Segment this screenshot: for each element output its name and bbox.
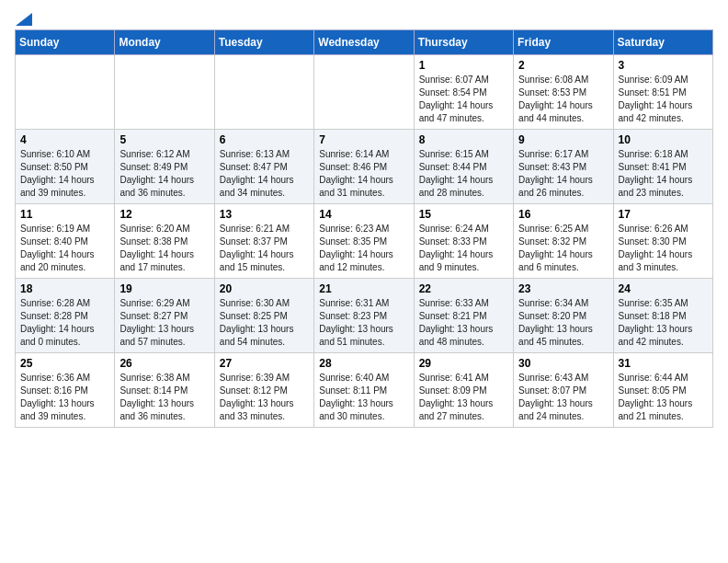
day-info: Sunrise: 6:09 AM Sunset: 8:51 PM Dayligh… bbox=[619, 74, 708, 125]
calendar-week-row: 4Sunrise: 6:10 AM Sunset: 8:50 PM Daylig… bbox=[16, 130, 713, 204]
day-info: Sunrise: 6:08 AM Sunset: 8:53 PM Dayligh… bbox=[518, 74, 608, 125]
day-number: 4 bbox=[20, 133, 109, 146]
svg-marker-0 bbox=[16, 13, 32, 26]
day-info: Sunrise: 6:39 AM Sunset: 8:12 PM Dayligh… bbox=[220, 372, 309, 423]
day-number: 16 bbox=[518, 208, 608, 221]
calendar-body: 1Sunrise: 6:07 AM Sunset: 8:54 PM Daylig… bbox=[16, 55, 713, 428]
day-number: 23 bbox=[518, 282, 608, 295]
calendar-cell: 2Sunrise: 6:08 AM Sunset: 8:53 PM Daylig… bbox=[514, 55, 613, 130]
calendar-cell: 6Sunrise: 6:13 AM Sunset: 8:47 PM Daylig… bbox=[214, 130, 313, 204]
day-number: 26 bbox=[119, 357, 209, 370]
day-info: Sunrise: 6:36 AM Sunset: 8:16 PM Dayligh… bbox=[20, 372, 109, 423]
calendar-cell: 3Sunrise: 6:09 AM Sunset: 8:51 PM Daylig… bbox=[613, 55, 712, 130]
calendar-cell bbox=[214, 55, 313, 130]
day-info: Sunrise: 6:10 AM Sunset: 8:50 PM Dayligh… bbox=[20, 148, 109, 200]
day-info: Sunrise: 6:26 AM Sunset: 8:30 PM Dayligh… bbox=[619, 223, 708, 274]
logo-icon bbox=[16, 13, 32, 26]
day-info: Sunrise: 6:38 AM Sunset: 8:14 PM Dayligh… bbox=[119, 372, 209, 423]
calendar-table: SundayMondayTuesdayWednesdayThursdayFrid… bbox=[15, 29, 713, 428]
day-number: 25 bbox=[20, 357, 109, 370]
day-info: Sunrise: 6:25 AM Sunset: 8:32 PM Dayligh… bbox=[518, 223, 608, 274]
weekday-header: Tuesday bbox=[214, 30, 313, 55]
calendar-week-row: 25Sunrise: 6:36 AM Sunset: 8:16 PM Dayli… bbox=[16, 353, 713, 428]
day-number: 15 bbox=[419, 208, 508, 221]
calendar-cell: 16Sunrise: 6:25 AM Sunset: 8:32 PM Dayli… bbox=[514, 204, 613, 279]
day-number: 21 bbox=[319, 282, 408, 295]
day-number: 7 bbox=[319, 133, 408, 146]
day-info: Sunrise: 6:20 AM Sunset: 8:38 PM Dayligh… bbox=[119, 223, 209, 274]
calendar-cell: 8Sunrise: 6:15 AM Sunset: 8:44 PM Daylig… bbox=[414, 130, 513, 204]
weekday-header: Sunday bbox=[16, 30, 115, 55]
calendar-cell: 15Sunrise: 6:24 AM Sunset: 8:33 PM Dayli… bbox=[414, 204, 513, 279]
page-header bbox=[15, 15, 713, 22]
calendar-cell bbox=[115, 55, 214, 130]
day-number: 9 bbox=[518, 133, 608, 146]
logo bbox=[15, 15, 32, 22]
day-number: 18 bbox=[20, 282, 109, 295]
calendar-cell: 12Sunrise: 6:20 AM Sunset: 8:38 PM Dayli… bbox=[115, 204, 214, 279]
calendar-cell: 21Sunrise: 6:31 AM Sunset: 8:23 PM Dayli… bbox=[314, 279, 414, 353]
calendar-cell: 18Sunrise: 6:28 AM Sunset: 8:28 PM Dayli… bbox=[16, 279, 115, 353]
weekday-header: Wednesday bbox=[314, 30, 414, 55]
day-info: Sunrise: 6:13 AM Sunset: 8:47 PM Dayligh… bbox=[220, 148, 309, 200]
calendar-cell: 19Sunrise: 6:29 AM Sunset: 8:27 PM Dayli… bbox=[115, 279, 214, 353]
day-number: 2 bbox=[518, 59, 608, 72]
day-info: Sunrise: 6:18 AM Sunset: 8:41 PM Dayligh… bbox=[619, 148, 708, 200]
calendar-cell: 1Sunrise: 6:07 AM Sunset: 8:54 PM Daylig… bbox=[414, 55, 513, 130]
calendar-cell: 23Sunrise: 6:34 AM Sunset: 8:20 PM Dayli… bbox=[514, 279, 613, 353]
day-info: Sunrise: 6:29 AM Sunset: 8:27 PM Dayligh… bbox=[119, 297, 209, 349]
calendar-cell: 27Sunrise: 6:39 AM Sunset: 8:12 PM Dayli… bbox=[214, 353, 313, 428]
calendar-week-row: 1Sunrise: 6:07 AM Sunset: 8:54 PM Daylig… bbox=[16, 55, 713, 130]
day-info: Sunrise: 6:21 AM Sunset: 8:37 PM Dayligh… bbox=[220, 223, 309, 274]
day-info: Sunrise: 6:31 AM Sunset: 8:23 PM Dayligh… bbox=[319, 297, 408, 349]
calendar-header-row: SundayMondayTuesdayWednesdayThursdayFrid… bbox=[16, 30, 713, 55]
day-number: 1 bbox=[419, 59, 508, 72]
calendar-cell: 26Sunrise: 6:38 AM Sunset: 8:14 PM Dayli… bbox=[115, 353, 214, 428]
day-number: 27 bbox=[220, 357, 309, 370]
weekday-header: Friday bbox=[514, 30, 613, 55]
weekday-header: Monday bbox=[115, 30, 214, 55]
day-info: Sunrise: 6:17 AM Sunset: 8:43 PM Dayligh… bbox=[518, 148, 608, 200]
calendar-cell: 20Sunrise: 6:30 AM Sunset: 8:25 PM Dayli… bbox=[214, 279, 313, 353]
day-number: 31 bbox=[619, 357, 708, 370]
day-info: Sunrise: 6:41 AM Sunset: 8:09 PM Dayligh… bbox=[419, 372, 508, 423]
day-info: Sunrise: 6:23 AM Sunset: 8:35 PM Dayligh… bbox=[319, 223, 408, 274]
calendar-cell bbox=[314, 55, 414, 130]
calendar-cell: 31Sunrise: 6:44 AM Sunset: 8:05 PM Dayli… bbox=[613, 353, 712, 428]
day-info: Sunrise: 6:33 AM Sunset: 8:21 PM Dayligh… bbox=[419, 297, 508, 349]
calendar-cell: 17Sunrise: 6:26 AM Sunset: 8:30 PM Dayli… bbox=[613, 204, 712, 279]
calendar-week-row: 18Sunrise: 6:28 AM Sunset: 8:28 PM Dayli… bbox=[16, 279, 713, 353]
day-info: Sunrise: 6:35 AM Sunset: 8:18 PM Dayligh… bbox=[619, 297, 708, 349]
day-number: 28 bbox=[319, 357, 408, 370]
calendar-cell: 7Sunrise: 6:14 AM Sunset: 8:46 PM Daylig… bbox=[314, 130, 414, 204]
day-number: 12 bbox=[119, 208, 209, 221]
calendar-week-row: 11Sunrise: 6:19 AM Sunset: 8:40 PM Dayli… bbox=[16, 204, 713, 279]
calendar-cell: 10Sunrise: 6:18 AM Sunset: 8:41 PM Dayli… bbox=[613, 130, 712, 204]
day-info: Sunrise: 6:14 AM Sunset: 8:46 PM Dayligh… bbox=[319, 148, 408, 200]
day-number: 22 bbox=[419, 282, 508, 295]
calendar-cell: 5Sunrise: 6:12 AM Sunset: 8:49 PM Daylig… bbox=[115, 130, 214, 204]
calendar-cell: 22Sunrise: 6:33 AM Sunset: 8:21 PM Dayli… bbox=[414, 279, 513, 353]
calendar-cell: 25Sunrise: 6:36 AM Sunset: 8:16 PM Dayli… bbox=[16, 353, 115, 428]
day-info: Sunrise: 6:40 AM Sunset: 8:11 PM Dayligh… bbox=[319, 372, 408, 423]
day-number: 14 bbox=[319, 208, 408, 221]
day-number: 17 bbox=[619, 208, 708, 221]
day-info: Sunrise: 6:44 AM Sunset: 8:05 PM Dayligh… bbox=[619, 372, 708, 423]
day-info: Sunrise: 6:15 AM Sunset: 8:44 PM Dayligh… bbox=[419, 148, 508, 200]
day-info: Sunrise: 6:34 AM Sunset: 8:20 PM Dayligh… bbox=[518, 297, 608, 349]
calendar-cell: 29Sunrise: 6:41 AM Sunset: 8:09 PM Dayli… bbox=[414, 353, 513, 428]
day-number: 3 bbox=[619, 59, 708, 72]
day-info: Sunrise: 6:30 AM Sunset: 8:25 PM Dayligh… bbox=[220, 297, 309, 349]
calendar-cell: 30Sunrise: 6:43 AM Sunset: 8:07 PM Dayli… bbox=[514, 353, 613, 428]
day-number: 24 bbox=[619, 282, 708, 295]
day-info: Sunrise: 6:19 AM Sunset: 8:40 PM Dayligh… bbox=[20, 223, 109, 274]
calendar-cell: 13Sunrise: 6:21 AM Sunset: 8:37 PM Dayli… bbox=[214, 204, 313, 279]
day-number: 29 bbox=[419, 357, 508, 370]
weekday-header: Thursday bbox=[414, 30, 513, 55]
day-number: 11 bbox=[20, 208, 109, 221]
day-number: 5 bbox=[119, 133, 209, 146]
day-info: Sunrise: 6:43 AM Sunset: 8:07 PM Dayligh… bbox=[518, 372, 608, 423]
day-number: 30 bbox=[518, 357, 608, 370]
day-number: 13 bbox=[220, 208, 309, 221]
calendar-cell: 9Sunrise: 6:17 AM Sunset: 8:43 PM Daylig… bbox=[514, 130, 613, 204]
